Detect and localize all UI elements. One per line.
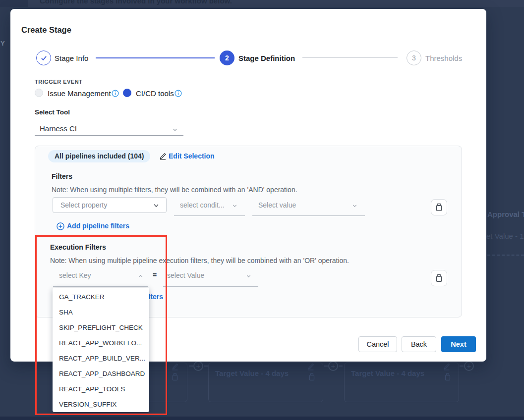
pipelines-included-badge: All pipelines included (104) bbox=[48, 150, 150, 162]
radio-cicd-tools-label: CI/CD tools bbox=[136, 89, 174, 98]
step-thresholds-circle[interactable]: 3 bbox=[407, 51, 421, 65]
filters-title: Filters bbox=[52, 172, 72, 180]
menu-option[interactable]: REACT_APP_WORKFLO... bbox=[53, 335, 149, 351]
select-value-dropdown[interactable]: Select value bbox=[258, 201, 296, 209]
connector-dash bbox=[460, 366, 464, 367]
radio-issue-management[interactable] bbox=[35, 89, 43, 97]
menu-option[interactable]: SHA bbox=[53, 305, 149, 320]
background-stage-card bbox=[208, 363, 323, 402]
background-sidebar-text-fragment: Y bbox=[0, 40, 5, 47]
trash-icon bbox=[435, 203, 443, 211]
add-stage-icon: + bbox=[193, 361, 203, 371]
select-property-dropdown[interactable]: Select property bbox=[53, 197, 167, 213]
modal-title: Create Stage bbox=[21, 25, 71, 35]
trash-icon bbox=[435, 274, 443, 282]
equals-sign: = bbox=[153, 271, 157, 279]
background-top-banner: Configure the stages involved in your wo… bbox=[0, 0, 524, 7]
select-key-options-menu: GA_TRACKER SHA SKIP_PREFLIGHT_CHECK REAC… bbox=[53, 288, 149, 412]
delete-filter-button[interactable] bbox=[431, 199, 447, 215]
step-stage-definition-circle[interactable]: 2 bbox=[220, 51, 234, 65]
background-card-label: Target Value - 4 days bbox=[215, 369, 289, 377]
step-stage-definition-label: Stage Definition bbox=[238, 54, 295, 62]
connector-dash bbox=[339, 366, 343, 367]
background-approval-time-header: Approval Tim bbox=[487, 210, 524, 218]
check-icon bbox=[40, 54, 48, 62]
info-icon[interactable] bbox=[112, 90, 119, 97]
add-stage-icon: + bbox=[328, 361, 338, 371]
screen: Configure the stages involved in your wo… bbox=[0, 0, 524, 420]
menu-option[interactable]: REACT_APP_DASHBOARD bbox=[53, 366, 149, 381]
menu-option[interactable]: VERSION_SUFFIX bbox=[53, 397, 149, 412]
select-tool-underline bbox=[35, 135, 183, 136]
stepper-connector bbox=[302, 57, 398, 58]
background-stage-card bbox=[344, 363, 459, 402]
add-pipeline-filters-link[interactable]: Add pipeline filters bbox=[67, 222, 129, 230]
delete-execution-filter-button[interactable] bbox=[431, 270, 447, 286]
edit-icon bbox=[172, 363, 178, 370]
connector-dash bbox=[189, 366, 193, 367]
trigger-event-label: TRIGGER EVENT bbox=[35, 79, 82, 85]
background-bottom-strip bbox=[0, 417, 524, 420]
underline bbox=[174, 215, 245, 216]
step-stage-info-circle[interactable] bbox=[36, 51, 51, 65]
stepper-connector bbox=[96, 57, 215, 58]
menu-option[interactable]: REACT_APP_TOOLS bbox=[53, 381, 149, 397]
menu-option[interactable]: REACT_APP_BUILD_VER... bbox=[53, 351, 149, 366]
radio-issue-management-label: Issue Management bbox=[48, 89, 111, 98]
background-target-value-fragment: et Value - 1 bbox=[486, 232, 524, 240]
underline bbox=[53, 286, 148, 287]
trash-icon bbox=[444, 373, 451, 381]
add-stage-icon: + bbox=[464, 361, 474, 371]
cancel-button[interactable]: Cancel bbox=[358, 336, 397, 352]
edit-icon bbox=[443, 363, 450, 370]
background-banner-text: Configure the stages involved in your wo… bbox=[40, 0, 232, 5]
select-property-placeholder: Select property bbox=[60, 201, 107, 209]
select-value-dropdown[interactable]: select Value bbox=[167, 271, 204, 279]
background-stage-card bbox=[147, 363, 187, 402]
trash-icon bbox=[172, 373, 178, 381]
step-stage-info-label: Stage Info bbox=[55, 54, 88, 62]
chevron-up-icon bbox=[137, 273, 144, 279]
trash-icon bbox=[308, 373, 315, 381]
next-button[interactable]: Next bbox=[441, 336, 476, 352]
chevron-down-icon bbox=[245, 273, 252, 279]
background-dashed-divider bbox=[487, 255, 524, 256]
back-button[interactable]: Back bbox=[402, 336, 436, 352]
connector-dash bbox=[204, 366, 208, 367]
chevron-down-icon[interactable] bbox=[172, 126, 178, 133]
chevron-down-icon bbox=[232, 203, 238, 209]
select-key-dropdown[interactable]: select Key bbox=[59, 271, 91, 279]
chevron-down-icon bbox=[153, 202, 160, 209]
execution-filters-note: Note: When using multiple pipeline execu… bbox=[50, 257, 349, 264]
connector-dash bbox=[324, 366, 328, 367]
underline bbox=[252, 215, 365, 216]
edit-selection-link[interactable]: Edit Selection bbox=[169, 152, 215, 160]
select-tool-value[interactable]: Harness CI bbox=[40, 124, 77, 133]
background-card-label: Target Value - 4 days bbox=[351, 369, 424, 377]
background-banner-left-segment bbox=[0, 0, 28, 7]
radio-cicd-tools[interactable] bbox=[123, 89, 131, 97]
underline bbox=[163, 286, 258, 287]
edit-icon bbox=[159, 152, 167, 160]
filters-note: Note: When using multiple filters, they … bbox=[52, 186, 297, 194]
plus-circle-icon bbox=[57, 222, 64, 230]
step-thresholds-label: Thresholds bbox=[425, 54, 462, 62]
info-icon[interactable] bbox=[175, 90, 182, 97]
select-condition-dropdown[interactable]: select condit... bbox=[180, 201, 225, 209]
menu-option[interactable]: GA_TRACKER bbox=[53, 289, 149, 305]
execution-filters-title: Execution Filters bbox=[50, 243, 106, 251]
chevron-down-icon bbox=[351, 203, 358, 209]
select-tool-label: Select Tool bbox=[35, 108, 70, 116]
menu-option[interactable]: SKIP_PREFLIGHT_CHECK bbox=[53, 320, 149, 335]
edit-icon bbox=[307, 363, 314, 370]
